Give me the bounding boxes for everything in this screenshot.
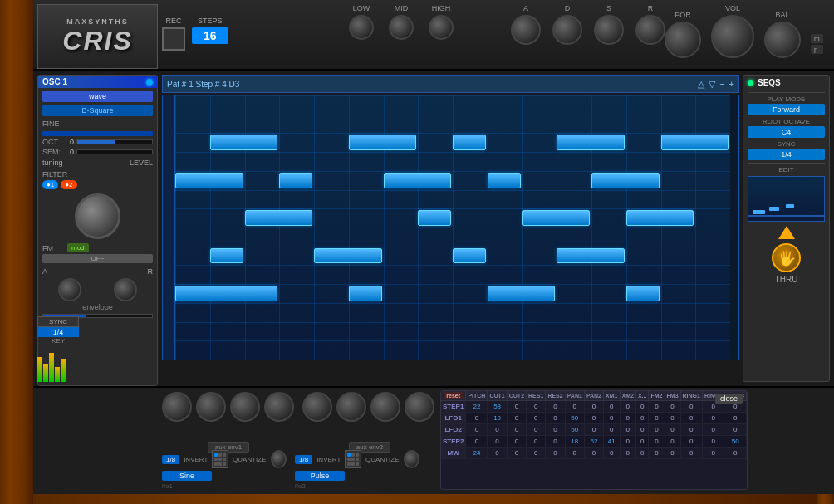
r-env-label: R	[148, 267, 154, 276]
quantize-label-1: QUANTIZE	[233, 456, 266, 463]
aux-env2-knob-1[interactable]	[302, 392, 332, 422]
rec-button[interactable]	[162, 27, 185, 51]
piano-roll[interactable]	[162, 95, 739, 360]
mw-fm3: 0	[665, 448, 680, 459]
lfo1-wave[interactable]: Sine	[162, 471, 212, 481]
level-label: LEVEL	[130, 159, 153, 167]
balance-label: BAL	[775, 11, 789, 19]
sync-seqs-label: SYNC	[748, 140, 825, 148]
filter-knob[interactable]	[75, 193, 120, 239]
attack-knob[interactable]	[511, 15, 541, 45]
lfo1-res2: 0	[546, 413, 565, 424]
vu-bar-2	[43, 364, 48, 382]
aux-env2-knob-4[interactable]	[405, 392, 434, 422]
mw-x: 0	[635, 448, 649, 459]
aux-env1-knob-3[interactable]	[230, 392, 260, 422]
lfo1-rate[interactable]: 1/8	[162, 455, 179, 464]
q-dot-3	[223, 453, 226, 457]
mod-button[interactable]: mod	[67, 243, 89, 252]
lfo1-xm1: 0	[604, 413, 620, 424]
seqs-title: SEQS	[758, 78, 781, 87]
sem-slider[interactable]	[76, 149, 153, 154]
play-mode-value[interactable]: Forward	[748, 104, 825, 115]
plus-icon[interactable]: +	[729, 79, 734, 90]
lfo1-fm2: 0	[649, 413, 665, 424]
mid-knob[interactable]	[389, 15, 414, 40]
aux-env1-knob-2[interactable]	[196, 392, 226, 422]
root-octave-value[interactable]: C4	[748, 126, 825, 138]
osc-header: OSC 1	[38, 76, 157, 88]
note-block	[488, 286, 556, 301]
high-knob[interactable]	[429, 15, 454, 40]
q-dot-4	[214, 458, 218, 462]
aux-env1-knob-1[interactable]	[162, 392, 192, 422]
lfo2-wave[interactable]: Pulse	[295, 471, 345, 481]
volume-knob[interactable]	[711, 15, 754, 58]
aux-env1-knob-4[interactable]	[264, 392, 294, 422]
quantize-box-1[interactable]	[212, 450, 228, 468]
q2-dot-5	[351, 458, 355, 462]
wave-button[interactable]: wave	[42, 91, 153, 102]
filter-btn-2[interactable]: ●2	[61, 180, 76, 189]
piano-roll-scrollbar[interactable]	[730, 95, 738, 360]
minus-icon[interactable]: −	[719, 79, 724, 90]
triangle-down-icon[interactable]: ▽	[709, 79, 715, 90]
env-section: A R envelope	[42, 267, 153, 318]
tuning-label: tuning	[42, 159, 63, 167]
seqs-header: SEQS	[743, 76, 829, 90]
release-env-knob[interactable]	[114, 278, 137, 301]
lfo2-xm1: 0	[604, 424, 620, 436]
oct-slider[interactable]	[76, 139, 153, 144]
step-table: close reset PITCH CUT1 CUT2 RES1 RES2 PA…	[440, 390, 748, 490]
low-knob[interactable]	[349, 15, 374, 40]
lfo1-pitch: 0	[466, 413, 488, 424]
mid-label: MID	[395, 4, 409, 12]
decay-knob[interactable]	[552, 15, 582, 45]
lfo2-rate[interactable]: 1/8	[295, 455, 312, 464]
release-knob[interactable]	[635, 15, 665, 45]
note-block	[418, 210, 451, 226]
volume-knob-group: VOL	[711, 4, 754, 58]
volume-label: VOL	[725, 4, 740, 12]
q-dot-7	[214, 462, 218, 466]
d-knob-group: D	[552, 4, 582, 45]
q2-dot-6	[356, 458, 359, 462]
step2-cut2: 0	[507, 436, 526, 448]
sync-value[interactable]: 1/4	[37, 327, 79, 337]
lfo1-fm3: 0	[665, 413, 680, 424]
q2-dot-9	[356, 462, 359, 466]
aux-env2-knob-3[interactable]	[370, 392, 400, 422]
sync-seqs-value[interactable]: 1/4	[748, 149, 825, 160]
q2-dot-8	[351, 462, 355, 466]
lfo1-depth-knob[interactable]	[271, 450, 287, 468]
r-knob-group: R	[635, 4, 665, 45]
portamento-knob[interactable]	[665, 22, 701, 58]
aux-env2-knob-2[interactable]	[336, 392, 366, 422]
triangle-up-icon[interactable]: △	[698, 79, 704, 90]
lfo2-depth-knob[interactable]	[404, 450, 419, 468]
seqs-panel: SEQS PLAY MODE Forward ROOT OCTAVE C4 SY…	[743, 75, 830, 382]
osc-led[interactable]	[146, 79, 153, 86]
balance-knob[interactable]	[764, 22, 801, 58]
waveform-display[interactable]: B-Square	[42, 105, 153, 116]
step1-cut2: 0	[507, 401, 526, 413]
sustain-knob[interactable]	[594, 15, 624, 45]
step-params-table: reset PITCH CUT1 CUT2 RES1 RES2 PAN1 PAN…	[441, 391, 747, 459]
fm-row: FM mod	[42, 243, 153, 252]
lfo2-label: lfo2	[295, 482, 419, 490]
mw-ring2: 0	[702, 448, 724, 459]
step2-label: STEP2	[441, 436, 466, 448]
th-reset: reset	[441, 391, 466, 401]
seq-main: Pat # 1 Step # 4 D3 △ ▽ − +	[162, 75, 739, 374]
fine-slider[interactable]	[42, 131, 153, 136]
reset-button[interactable]: reset	[444, 392, 463, 399]
step2-pan2: 62	[584, 436, 603, 448]
attack-env-knob[interactable]	[58, 278, 81, 301]
off-button[interactable]: OFF	[42, 254, 153, 263]
lfo1-label: lfo1	[162, 482, 287, 490]
steps-value[interactable]: 16	[192, 27, 228, 44]
close-button[interactable]: close	[715, 394, 743, 404]
high-knob-group: HIGH	[429, 4, 454, 40]
filter-btn-1[interactable]: ●1	[42, 180, 58, 189]
quantize-box-2[interactable]	[345, 450, 361, 468]
